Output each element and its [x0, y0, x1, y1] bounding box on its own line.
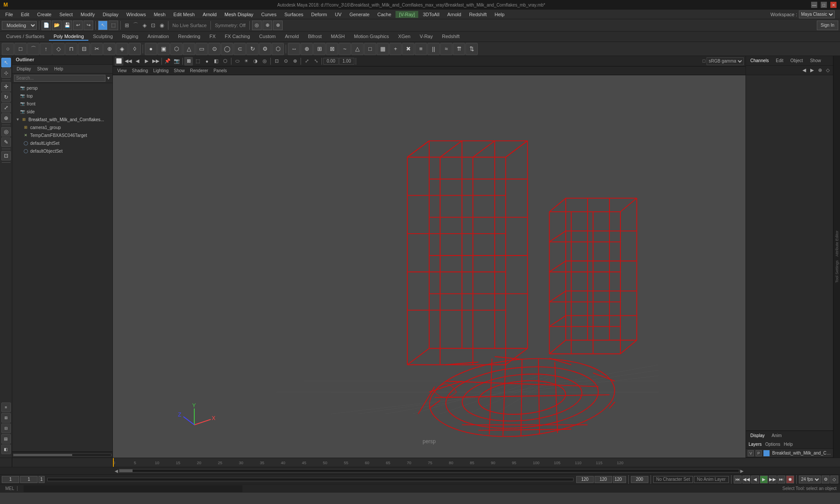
- menu-redshift[interactable]: Redshift: [466, 11, 490, 18]
- mode-dropdown[interactable]: Modeling: [2, 21, 37, 30]
- viewport-cam-persp[interactable]: ⬜: [115, 57, 123, 66]
- channels-tab[interactable]: Channels: [749, 57, 770, 64]
- isolate-select-button[interactable]: ⊡: [272, 57, 281, 66]
- no-character-set-button[interactable]: No Character Set: [653, 476, 693, 483]
- scroll-left-arrow[interactable]: ◀: [114, 468, 119, 473]
- menu-curves[interactable]: Curves: [258, 11, 280, 18]
- layers-tab[interactable]: Layers: [749, 442, 762, 447]
- menu-3dtoall[interactable]: 3DToAll: [419, 11, 443, 18]
- shelf-redshift[interactable]: Redshift: [438, 33, 464, 41]
- range-bar[interactable]: [47, 478, 574, 481]
- rotate-tool[interactable]: ↻: [1, 92, 11, 102]
- ch-anim-button[interactable]: ⊕: [816, 67, 823, 74]
- shelf-fx[interactable]: FX: [205, 33, 220, 41]
- tool-append[interactable]: +: [389, 43, 402, 55]
- tool-edge-loop[interactable]: ⊟: [78, 43, 90, 55]
- tool-smooth[interactable]: ~: [339, 43, 351, 55]
- menu-create[interactable]: Create: [34, 11, 55, 18]
- go-to-end-button[interactable]: ⏭: [777, 476, 785, 483]
- viewport-canvas[interactable]: X Y Z persp: [113, 75, 746, 458]
- tool-platonic[interactable]: ⬡: [272, 43, 284, 55]
- outliner-scrollbar[interactable]: [13, 454, 112, 456]
- shadows-button[interactable]: ◑: [251, 57, 260, 66]
- tool-torus[interactable]: ⊙: [208, 43, 220, 55]
- vp-view-menu[interactable]: View: [115, 68, 130, 73]
- tool-cylinder[interactable]: ⬡: [170, 43, 182, 55]
- tool-gear[interactable]: ⚙: [259, 43, 271, 55]
- redo-button[interactable]: ↪: [84, 21, 93, 30]
- timeline-track[interactable]: 0 5 10 15 20 25 30 35 40 45 50 55 60 65 …: [113, 458, 746, 467]
- ao-button[interactable]: ◎: [260, 57, 269, 66]
- ch-next-button[interactable]: ▶: [808, 67, 816, 74]
- viewport-bookmark[interactable]: 📌: [163, 57, 172, 66]
- play-forward-button[interactable]: ▶: [760, 476, 768, 483]
- tool-flip[interactable]: ⇅: [466, 43, 478, 55]
- cam-value-1[interactable]: [323, 58, 339, 65]
- vp-lighting-menu[interactable]: Lighting: [150, 68, 171, 73]
- tool-crease[interactable]: ≡: [415, 43, 427, 55]
- wireframe-on-shaded-button[interactable]: ⊞: [184, 57, 193, 66]
- transform-btn2[interactable]: ⊗: [273, 21, 283, 30]
- paint-select-tool[interactable]: ⊹: [1, 68, 11, 78]
- tool-boolean[interactable]: ⊕: [301, 43, 313, 55]
- shelf-custom[interactable]: Custom: [255, 33, 280, 41]
- outliner-item-persp[interactable]: 📷 persp: [12, 84, 112, 92]
- tool-bridge[interactable]: ⊓: [65, 43, 77, 55]
- shelf-motion-graphics[interactable]: Motion Graphics: [350, 33, 393, 41]
- end-frame-input[interactable]: [576, 476, 594, 483]
- anim-end-input[interactable]: [631, 476, 648, 483]
- layer-tool-2[interactable]: ⊞: [1, 413, 11, 423]
- move-tool[interactable]: ✛: [1, 82, 11, 91]
- outliner-item-top[interactable]: 📷 top: [12, 92, 112, 100]
- menu-arnold[interactable]: Arnold: [444, 11, 465, 18]
- outliner-search-input[interactable]: [14, 75, 105, 82]
- outliner-item-breakfast-group[interactable]: ▼ ⊞ Breakfast_with_Milk_and_Cornflakes..…: [12, 116, 112, 123]
- tool-poke[interactable]: ◈: [116, 43, 128, 55]
- step-back-button[interactable]: ◀◀: [742, 476, 750, 483]
- shelf-poly-modeling[interactable]: Poly Modeling: [49, 33, 88, 41]
- menu-display[interactable]: Display: [99, 11, 122, 18]
- shelf-vray[interactable]: V-Ray: [415, 33, 437, 41]
- outliner-display-menu[interactable]: Display: [14, 66, 34, 71]
- menu-select[interactable]: Select: [56, 11, 77, 18]
- key-settings-button[interactable]: ◇: [830, 476, 838, 483]
- soft-modification-tool[interactable]: ◎: [1, 127, 11, 136]
- wireframe-button[interactable]: ⬚: [193, 57, 202, 66]
- tool-disk[interactable]: ◯: [221, 43, 233, 55]
- ch-key-button[interactable]: ◇: [824, 67, 831, 74]
- tool-mirror[interactable]: ↔: [288, 43, 300, 55]
- shelf-animation[interactable]: Animation: [143, 33, 173, 41]
- tool-cone[interactable]: △: [183, 43, 195, 55]
- menu-mesh-tools[interactable]: Arnold: [199, 11, 220, 18]
- tool-separate[interactable]: ⊠: [326, 43, 338, 55]
- outliner-item-front[interactable]: 📷 front: [12, 100, 112, 108]
- menu-edit[interactable]: Edit: [18, 11, 33, 18]
- scroll-right-arrow[interactable]: ▶: [739, 468, 745, 473]
- tool-connect[interactable]: ⊕: [103, 43, 116, 55]
- channels-object-tab[interactable]: Object: [789, 57, 805, 64]
- tool-plane[interactable]: ▭: [196, 43, 208, 55]
- menu-modify[interactable]: Modify: [77, 11, 98, 18]
- layer-tool-4[interactable]: ▤: [1, 434, 11, 444]
- bounding-box-button[interactable]: ⬡: [221, 57, 230, 66]
- undo-button[interactable]: ↩: [73, 21, 83, 30]
- viewport-nav-next[interactable]: ▶: [142, 57, 151, 66]
- viewport-nav-back[interactable]: ◀◀: [124, 57, 133, 66]
- soft-select-button[interactable]: ◎: [252, 21, 262, 30]
- menu-windows[interactable]: Windows: [123, 11, 150, 18]
- lighting-button[interactable]: ☀: [242, 57, 251, 66]
- menu-mesh[interactable]: Mesh: [150, 11, 169, 18]
- select-mode-button[interactable]: ↖: [98, 21, 108, 30]
- show-manip-tool[interactable]: ⊡: [1, 151, 11, 161]
- viewport-nav-prev[interactable]: ◀: [133, 57, 142, 66]
- shelf-fx-caching[interactable]: FX Caching: [220, 33, 254, 41]
- play-back-button[interactable]: ◀: [751, 476, 759, 483]
- record-button[interactable]: ⏺: [786, 476, 794, 483]
- scale-tool[interactable]: ⤢: [1, 103, 11, 112]
- shelf-curves-surfaces[interactable]: Curves / Surfaces: [2, 33, 49, 41]
- outliner-item-lightset[interactable]: ◯ defaultLightSet: [12, 139, 112, 147]
- snap-point-button[interactable]: ◈: [140, 21, 148, 29]
- texture-display-button[interactable]: ⬭: [233, 57, 242, 66]
- vp-shading-menu[interactable]: Shading: [130, 68, 151, 73]
- fps-selector[interactable]: 24 fps: [799, 476, 821, 483]
